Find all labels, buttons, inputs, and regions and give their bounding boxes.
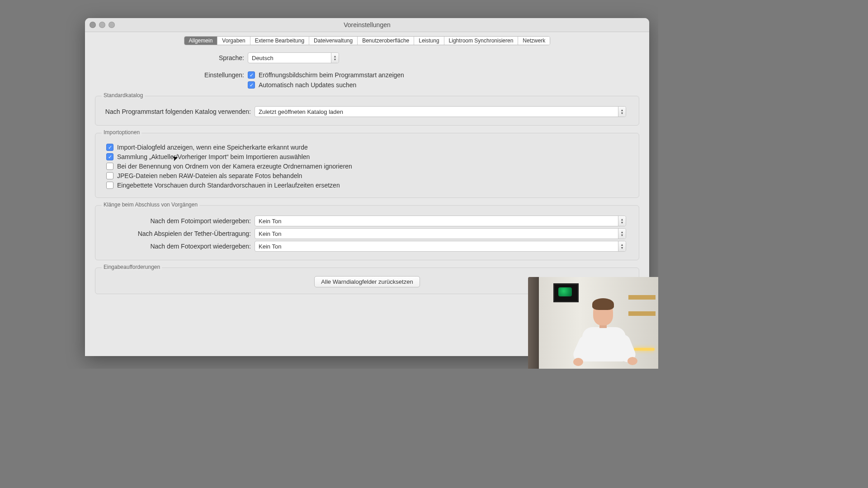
reset-warnings-button[interactable]: Alle Warndialogfelder zurücksetzen <box>314 276 420 287</box>
tab-externe[interactable]: Externe Bearbeitung <box>250 37 309 45</box>
group-import: Importoptionen ✓ Import-Dialogfeld anzei… <box>95 133 639 198</box>
catalog-select[interactable]: Zuletzt geöffneten Katalog laden ▲▼ <box>255 106 626 117</box>
sound-export-value: Kein Ton <box>255 243 618 250</box>
checkbox-import-dialog[interactable]: ✓ <box>106 144 113 151</box>
stepper-icon: ▲▼ <box>331 53 339 63</box>
legend-import: Importoptionen <box>102 129 142 136</box>
titlebar: Voreinstellungen <box>85 18 649 32</box>
sound-export-select[interactable]: Kein Ton ▲▼ <box>255 241 626 252</box>
group-standardkatalog: Standardkatalog Nach Programmstart folge… <box>95 96 639 126</box>
stepper-icon: ▲▼ <box>618 241 626 251</box>
language-select[interactable]: Deutsch ▲▼ <box>248 52 339 63</box>
tab-bar: Allgemein Vorgaben Externe Bearbeitung D… <box>184 36 551 45</box>
sound-export-label: Nach dem Fotoexport wiedergeben: <box>102 243 255 250</box>
legend-sounds: Klänge beim Abschluss von Vorgängen <box>102 202 199 208</box>
window-traffic-lights <box>90 22 115 28</box>
legend-standardkatalog: Standardkatalog <box>102 92 145 99</box>
catalog-label: Nach Programmstart folgenden Katalog ver… <box>102 108 255 115</box>
checkbox-splash-label: Eröffnungsbildschirm beim Programmstart … <box>259 71 404 79</box>
minimize-icon[interactable] <box>99 22 105 28</box>
stepper-icon: ▲▼ <box>618 229 626 239</box>
checkbox-ignore-folder-names[interactable] <box>106 163 113 170</box>
language-label: Sprache: <box>95 54 248 61</box>
settings-label: Einstellungen: <box>95 71 248 79</box>
zoom-icon[interactable] <box>108 22 115 28</box>
sound-import-value: Kein Ton <box>255 218 618 225</box>
tab-allgemein[interactable]: Allgemein <box>184 37 218 45</box>
catalog-value: Zuletzt geöffneten Katalog laden <box>255 108 618 115</box>
checkbox-import-collection[interactable]: ✓ <box>106 153 113 160</box>
stepper-icon: ▲▼ <box>618 107 626 117</box>
checkbox-updates[interactable]: ✓ <box>248 81 255 89</box>
close-icon[interactable] <box>90 22 96 28</box>
checkbox-import-collection-label: Sammlung „Aktueller/Vorheriger Import“ b… <box>117 153 310 160</box>
stepper-icon: ▲▼ <box>618 216 626 226</box>
tab-vorgaben[interactable]: Vorgaben <box>217 37 250 45</box>
sound-tether-value: Kein Ton <box>255 230 618 237</box>
checkbox-jpeg-raw[interactable] <box>106 172 113 179</box>
checkbox-embedded-previews[interactable] <box>106 182 113 189</box>
tab-dateiverwaltung[interactable]: Dateiverwaltung <box>309 37 358 45</box>
tab-netzwerk[interactable]: Netzwerk <box>518 37 550 45</box>
language-value: Deutsch <box>248 55 331 61</box>
window-title: Voreinstellungen <box>344 21 391 28</box>
webcam-overlay <box>528 277 658 369</box>
tab-benutzeroberflaeche[interactable]: Benutzeroberfläche <box>358 37 414 45</box>
tab-lightroom-sync[interactable]: Lightroom Synchronisieren <box>444 37 519 45</box>
tab-leistung[interactable]: Leistung <box>414 37 444 45</box>
checkbox-splash[interactable]: ✓ <box>248 71 255 79</box>
checkbox-jpeg-raw-label: JPEG-Dateien neben RAW-Dateien als separ… <box>117 172 302 179</box>
sound-tether-label: Nach Abspielen der Tether-Übertragung: <box>102 230 255 237</box>
group-sounds: Klänge beim Abschluss von Vorgängen Nach… <box>95 205 639 260</box>
checkbox-embedded-previews-label: Eingebettete Vorschauen durch Standardvo… <box>117 182 340 189</box>
checkbox-ignore-folder-names-label: Bei der Benennung von Ordnern von der Ka… <box>117 163 352 170</box>
sound-import-select[interactable]: Kein Ton ▲▼ <box>255 216 626 226</box>
sound-tether-select[interactable]: Kein Ton ▲▼ <box>255 228 626 239</box>
sound-import-label: Nach dem Fotoimport wiedergeben: <box>102 217 255 225</box>
legend-prompts: Eingabeaufforderungen <box>102 264 162 270</box>
checkbox-import-dialog-label: Import-Dialogfeld anzeigen, wenn eine Sp… <box>117 144 308 151</box>
checkbox-updates-label: Automatisch nach Updates suchen <box>259 81 356 89</box>
